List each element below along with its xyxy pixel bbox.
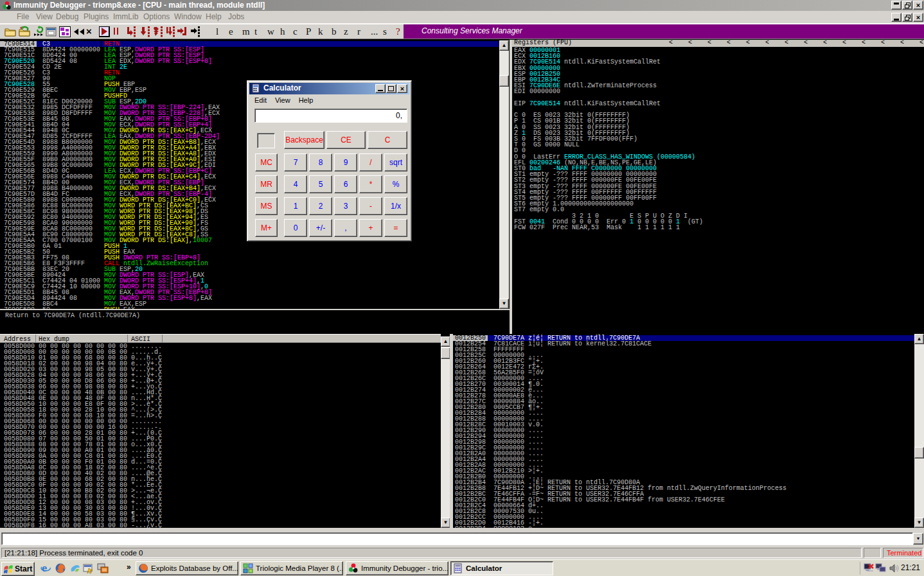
svg-text:e: e xyxy=(42,563,47,573)
